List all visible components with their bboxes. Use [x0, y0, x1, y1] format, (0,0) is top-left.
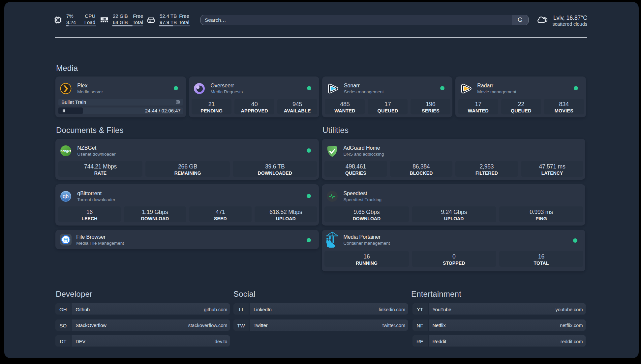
svg-text:nzbget: nzbget — [61, 149, 71, 153]
svg-text:qb: qb — [63, 193, 69, 199]
